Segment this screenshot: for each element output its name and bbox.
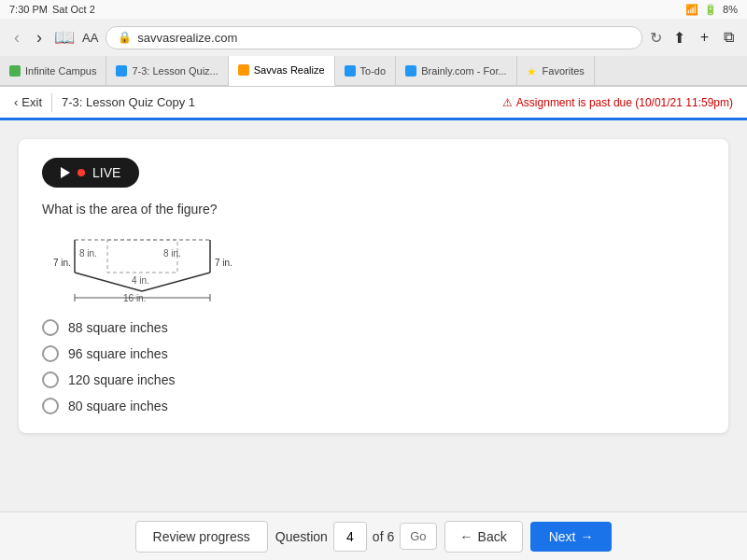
question-number-input[interactable]	[333, 522, 367, 552]
radio-a[interactable]	[42, 319, 59, 336]
warning-icon: ⚠	[502, 96, 513, 109]
browser-tabs: Infinite Campus 7-3: Lesson Quiz... Savv…	[0, 56, 747, 86]
status-time: 7:30 PM	[9, 4, 48, 15]
past-due-notice: ⚠ Assignment is past due (10/01/21 11:59…	[502, 96, 733, 109]
live-dot-icon	[78, 169, 85, 176]
divider	[51, 93, 52, 112]
answer-text-b: 96 square inches	[68, 346, 168, 361]
nav-bar: ‹ › 📖 AA 🔒 savvasrealize.com ↻ ⬆ + ⧉	[0, 19, 747, 56]
live-button[interactable]: LIVE	[42, 158, 139, 188]
tab-infinite-campus[interactable]: Infinite Campus	[0, 56, 106, 85]
tab-favicon-savvas	[238, 64, 249, 76]
question-text: What is the area of the figure?	[42, 202, 705, 217]
review-progress-button[interactable]: Review progress	[135, 521, 268, 553]
app-bar: ‹ Exit 7-3: Lesson Quiz Copy 1 ⚠ Assignm…	[0, 87, 747, 120]
share-button[interactable]: ⬆	[669, 27, 689, 49]
tab-favicon-infinite-campus	[9, 65, 21, 77]
tab-favicon-brainly	[405, 65, 416, 77]
back-label: Back	[478, 529, 507, 544]
radio-d[interactable]	[42, 398, 59, 414]
question-label: Question	[275, 529, 328, 544]
main-content: LIVE What is the area of the figure? 7 i…	[0, 120, 747, 512]
answer-text-c: 120 square inches	[68, 372, 175, 387]
tab-label-todo: To-do	[360, 65, 387, 77]
next-arrow-icon: →	[580, 529, 593, 544]
answer-text-d: 80 square inches	[68, 399, 168, 413]
back-nav-button[interactable]: ‹	[9, 26, 24, 49]
battery-icon: 🔋	[704, 4, 717, 16]
refresh-button[interactable]: ↻	[650, 29, 662, 47]
answer-choice-d[interactable]: 80 square inches	[42, 398, 705, 414]
radio-b[interactable]	[42, 345, 59, 362]
answer-choice-c[interactable]: 120 square inches	[42, 371, 705, 388]
svg-text:8 in.: 8 in.	[79, 248, 97, 259]
answer-choice-a[interactable]: 88 square inches	[42, 319, 705, 336]
tab-label-favorites: Favorites	[543, 65, 585, 77]
tab-label-infinite-campus: Infinite Campus	[25, 65, 96, 77]
page-title: 7-3: Lesson Quiz Copy 1	[62, 95, 195, 109]
answer-choices: 88 square inches 96 square inches 120 sq…	[42, 319, 705, 414]
tabs-button[interactable]: ⧉	[720, 27, 738, 48]
tab-favicon-todo	[345, 65, 356, 77]
figure-svg: 7 in. 7 in. 8 in. 8 in.	[51, 231, 238, 305]
battery-level: 8%	[723, 4, 738, 15]
bottom-nav: Review progress Question of 6 Go ← Back …	[0, 511, 747, 560]
tab-lesson-quiz[interactable]: 7-3: Lesson Quiz...	[106, 56, 228, 85]
tab-savvas[interactable]: Savvas Realize	[229, 56, 335, 86]
svg-text:7 in.: 7 in.	[53, 258, 71, 268]
text-size-label[interactable]: AA	[82, 31, 98, 45]
answer-choice-b[interactable]: 96 square inches	[42, 345, 705, 362]
exit-button[interactable]: ‹ Exit	[14, 95, 42, 109]
live-label: LIVE	[92, 165, 120, 180]
chevron-left-icon: ‹	[14, 95, 18, 109]
svg-line-6	[142, 273, 210, 291]
answer-text-a: 88 square inches	[68, 320, 168, 335]
tab-brainly[interactable]: Brainly.com - For...	[396, 56, 516, 85]
browser-chrome: ‹ › 📖 AA 🔒 savvasrealize.com ↻ ⬆ + ⧉ Inf…	[0, 19, 747, 87]
exit-label: Exit	[21, 95, 42, 109]
play-icon	[61, 167, 70, 178]
radio-c[interactable]	[42, 371, 59, 388]
svg-text:8 in.: 8 in.	[163, 248, 181, 259]
tab-favicon-lesson-quiz	[116, 65, 127, 77]
new-tab-button[interactable]: +	[697, 27, 712, 48]
of-label: of 6	[373, 529, 394, 544]
question-nav: Question of 6 Go	[275, 522, 437, 552]
status-date: Sat Oct 2	[52, 4, 95, 15]
tab-todo[interactable]: To-do	[335, 56, 397, 85]
back-button[interactable]: ← Back	[444, 521, 523, 553]
tab-label-lesson-quiz: 7-3: Lesson Quiz...	[132, 65, 218, 77]
go-button[interactable]: Go	[400, 523, 436, 550]
tab-label-savvas: Savvas Realize	[254, 64, 325, 76]
review-progress-label: Review progress	[153, 529, 250, 544]
next-label: Next	[549, 529, 576, 544]
figure-diagram: 7 in. 7 in. 8 in. 8 in.	[51, 231, 705, 305]
next-button[interactable]: Next →	[530, 522, 613, 552]
tab-favicon-favorites: ★	[527, 65, 538, 77]
bookmarks-icon: 📖	[54, 27, 75, 48]
svg-text:7 in.: 7 in.	[215, 258, 233, 268]
address-bar[interactable]: 🔒 savvasrealize.com	[106, 26, 641, 49]
tab-label-brainly: Brainly.com - For...	[421, 65, 506, 77]
wifi-icon: 📶	[685, 4, 698, 16]
question-card: LIVE What is the area of the figure? 7 i…	[19, 139, 728, 433]
tab-favorites[interactable]: ★ Favorites	[517, 56, 595, 85]
svg-text:4 in.: 4 in.	[132, 275, 149, 286]
past-due-text: Assignment is past due (10/01/21 11:59pm…	[516, 96, 733, 109]
url-text: savvasrealize.com	[137, 31, 237, 45]
back-arrow-icon: ←	[460, 529, 473, 544]
go-label: Go	[410, 529, 426, 543]
status-bar: 7:30 PM Sat Oct 2 📶 🔋 8%	[0, 0, 747, 19]
lock-icon: 🔒	[118, 31, 132, 44]
forward-nav-button[interactable]: ›	[32, 26, 47, 49]
